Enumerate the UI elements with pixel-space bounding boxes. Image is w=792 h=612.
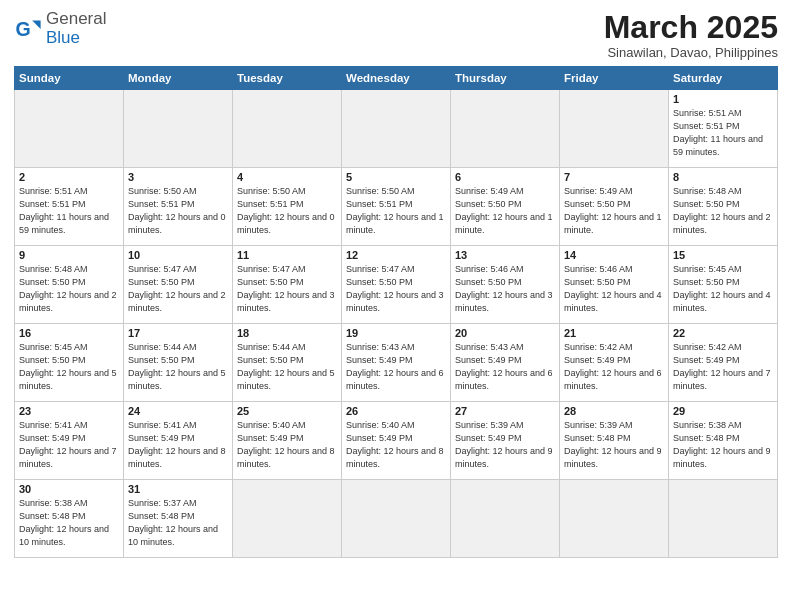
day-cell: 15Sunrise: 5:45 AM Sunset: 5:50 PM Dayli… [669,246,778,324]
day-info: Sunrise: 5:37 AM Sunset: 5:48 PM Dayligh… [128,497,228,549]
header: G General Blue March 2025 Sinawilan, Dav… [14,10,778,60]
day-number: 12 [346,249,446,261]
day-number: 29 [673,405,773,417]
day-number: 25 [237,405,337,417]
day-info: Sunrise: 5:41 AM Sunset: 5:49 PM Dayligh… [128,419,228,471]
day-info: Sunrise: 5:44 AM Sunset: 5:50 PM Dayligh… [237,341,337,393]
logo-text: General Blue [46,10,106,47]
col-header-monday: Monday [124,67,233,90]
day-cell: 27Sunrise: 5:39 AM Sunset: 5:49 PM Dayli… [451,402,560,480]
day-number: 30 [19,483,119,495]
col-header-friday: Friday [560,67,669,90]
day-cell: 6Sunrise: 5:49 AM Sunset: 5:50 PM Daylig… [451,168,560,246]
day-number: 5 [346,171,446,183]
week-row-4: 23Sunrise: 5:41 AM Sunset: 5:49 PM Dayli… [15,402,778,480]
day-number: 3 [128,171,228,183]
day-number: 26 [346,405,446,417]
day-number: 15 [673,249,773,261]
day-cell: 31Sunrise: 5:37 AM Sunset: 5:48 PM Dayli… [124,480,233,558]
day-cell: 11Sunrise: 5:47 AM Sunset: 5:50 PM Dayli… [233,246,342,324]
day-info: Sunrise: 5:45 AM Sunset: 5:50 PM Dayligh… [673,263,773,315]
col-header-sunday: Sunday [15,67,124,90]
day-info: Sunrise: 5:50 AM Sunset: 5:51 PM Dayligh… [237,185,337,237]
day-cell: 3Sunrise: 5:50 AM Sunset: 5:51 PM Daylig… [124,168,233,246]
calendar-table: SundayMondayTuesdayWednesdayThursdayFrid… [14,66,778,558]
col-header-tuesday: Tuesday [233,67,342,90]
day-info: Sunrise: 5:39 AM Sunset: 5:49 PM Dayligh… [455,419,555,471]
day-info: Sunrise: 5:48 AM Sunset: 5:50 PM Dayligh… [673,185,773,237]
day-cell: 8Sunrise: 5:48 AM Sunset: 5:50 PM Daylig… [669,168,778,246]
title-block: March 2025 Sinawilan, Davao, Philippines [604,10,778,60]
day-info: Sunrise: 5:40 AM Sunset: 5:49 PM Dayligh… [346,419,446,471]
day-info: Sunrise: 5:40 AM Sunset: 5:49 PM Dayligh… [237,419,337,471]
day-cell: 21Sunrise: 5:42 AM Sunset: 5:49 PM Dayli… [560,324,669,402]
day-cell [451,480,560,558]
month-year-title: March 2025 [604,10,778,45]
day-number: 7 [564,171,664,183]
week-row-1: 2Sunrise: 5:51 AM Sunset: 5:51 PM Daylig… [15,168,778,246]
day-number: 21 [564,327,664,339]
day-cell: 13Sunrise: 5:46 AM Sunset: 5:50 PM Dayli… [451,246,560,324]
day-cell: 30Sunrise: 5:38 AM Sunset: 5:48 PM Dayli… [15,480,124,558]
day-cell: 12Sunrise: 5:47 AM Sunset: 5:50 PM Dayli… [342,246,451,324]
day-info: Sunrise: 5:46 AM Sunset: 5:50 PM Dayligh… [564,263,664,315]
day-number: 20 [455,327,555,339]
day-info: Sunrise: 5:50 AM Sunset: 5:51 PM Dayligh… [346,185,446,237]
day-number: 2 [19,171,119,183]
day-cell: 18Sunrise: 5:44 AM Sunset: 5:50 PM Dayli… [233,324,342,402]
day-number: 1 [673,93,773,105]
day-cell: 16Sunrise: 5:45 AM Sunset: 5:50 PM Dayli… [15,324,124,402]
week-row-3: 16Sunrise: 5:45 AM Sunset: 5:50 PM Dayli… [15,324,778,402]
day-cell: 2Sunrise: 5:51 AM Sunset: 5:51 PM Daylig… [15,168,124,246]
week-row-0: 1Sunrise: 5:51 AM Sunset: 5:51 PM Daylig… [15,90,778,168]
week-row-5: 30Sunrise: 5:38 AM Sunset: 5:48 PM Dayli… [15,480,778,558]
day-number: 9 [19,249,119,261]
day-info: Sunrise: 5:42 AM Sunset: 5:49 PM Dayligh… [564,341,664,393]
col-header-saturday: Saturday [669,67,778,90]
day-number: 27 [455,405,555,417]
day-cell: 20Sunrise: 5:43 AM Sunset: 5:49 PM Dayli… [451,324,560,402]
day-number: 16 [19,327,119,339]
day-number: 11 [237,249,337,261]
day-info: Sunrise: 5:43 AM Sunset: 5:49 PM Dayligh… [455,341,555,393]
day-number: 10 [128,249,228,261]
day-cell: 19Sunrise: 5:43 AM Sunset: 5:49 PM Dayli… [342,324,451,402]
day-info: Sunrise: 5:45 AM Sunset: 5:50 PM Dayligh… [19,341,119,393]
day-info: Sunrise: 5:44 AM Sunset: 5:50 PM Dayligh… [128,341,228,393]
day-number: 8 [673,171,773,183]
day-number: 18 [237,327,337,339]
day-info: Sunrise: 5:50 AM Sunset: 5:51 PM Dayligh… [128,185,228,237]
day-info: Sunrise: 5:48 AM Sunset: 5:50 PM Dayligh… [19,263,119,315]
day-cell: 5Sunrise: 5:50 AM Sunset: 5:51 PM Daylig… [342,168,451,246]
day-number: 19 [346,327,446,339]
day-info: Sunrise: 5:43 AM Sunset: 5:49 PM Dayligh… [346,341,446,393]
day-number: 14 [564,249,664,261]
day-cell: 24Sunrise: 5:41 AM Sunset: 5:49 PM Dayli… [124,402,233,480]
day-cell [451,90,560,168]
svg-marker-1 [32,20,40,28]
calendar-page: G General Blue March 2025 Sinawilan, Dav… [0,0,792,612]
day-number: 31 [128,483,228,495]
col-header-thursday: Thursday [451,67,560,90]
day-number: 28 [564,405,664,417]
day-cell [233,90,342,168]
day-cell: 10Sunrise: 5:47 AM Sunset: 5:50 PM Dayli… [124,246,233,324]
logo-general: General [46,10,106,29]
logo: G General Blue [14,10,106,47]
day-info: Sunrise: 5:46 AM Sunset: 5:50 PM Dayligh… [455,263,555,315]
day-cell: 9Sunrise: 5:48 AM Sunset: 5:50 PM Daylig… [15,246,124,324]
day-info: Sunrise: 5:38 AM Sunset: 5:48 PM Dayligh… [19,497,119,549]
day-cell [669,480,778,558]
day-number: 6 [455,171,555,183]
day-info: Sunrise: 5:41 AM Sunset: 5:49 PM Dayligh… [19,419,119,471]
day-cell: 26Sunrise: 5:40 AM Sunset: 5:49 PM Dayli… [342,402,451,480]
day-cell: 23Sunrise: 5:41 AM Sunset: 5:49 PM Dayli… [15,402,124,480]
day-info: Sunrise: 5:47 AM Sunset: 5:50 PM Dayligh… [237,263,337,315]
day-cell: 14Sunrise: 5:46 AM Sunset: 5:50 PM Dayli… [560,246,669,324]
day-number: 22 [673,327,773,339]
col-header-wednesday: Wednesday [342,67,451,90]
svg-text:G: G [15,18,30,40]
day-info: Sunrise: 5:42 AM Sunset: 5:49 PM Dayligh… [673,341,773,393]
day-info: Sunrise: 5:47 AM Sunset: 5:50 PM Dayligh… [346,263,446,315]
location-subtitle: Sinawilan, Davao, Philippines [604,45,778,60]
